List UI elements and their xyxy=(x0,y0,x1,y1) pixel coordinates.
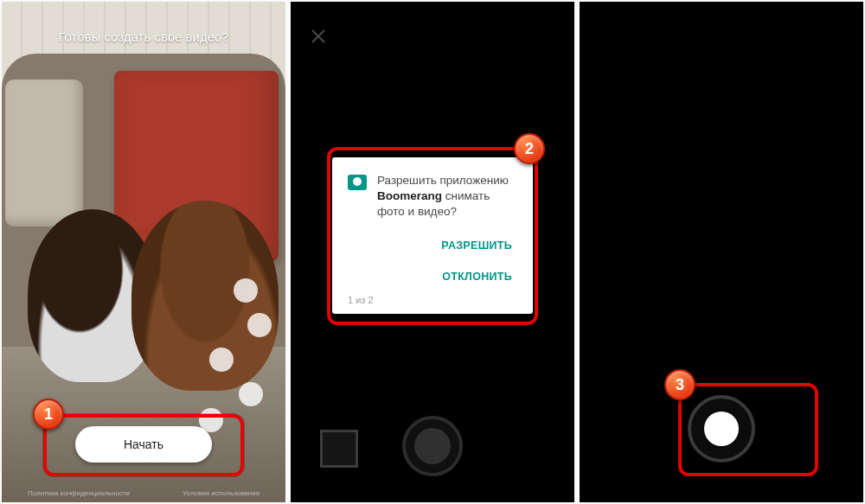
step-marker-2: 2 xyxy=(514,133,545,164)
permission-screen: 2 Разрешить приложению Boomerang снимать… xyxy=(291,2,574,502)
onboarding-title: Готовы создать свое видео? xyxy=(2,29,285,44)
step-marker-1: 1 xyxy=(33,399,64,430)
privacy-link[interactable]: Политика конфиденциальности xyxy=(28,489,130,497)
terms-link[interactable]: Условия использования xyxy=(183,489,260,497)
callout-3 xyxy=(678,383,818,476)
callout-1 xyxy=(43,414,244,476)
step-marker-3: 3 xyxy=(664,369,695,400)
callout-2 xyxy=(327,147,538,325)
shutter-button-disabled xyxy=(402,416,463,476)
gallery-button[interactable] xyxy=(320,430,358,468)
onboarding-screen: Готовы создать свое видео? 1 Начать Поли… xyxy=(2,2,285,502)
close-icon[interactable] xyxy=(310,28,327,45)
camera-screen: 3 xyxy=(580,2,863,502)
